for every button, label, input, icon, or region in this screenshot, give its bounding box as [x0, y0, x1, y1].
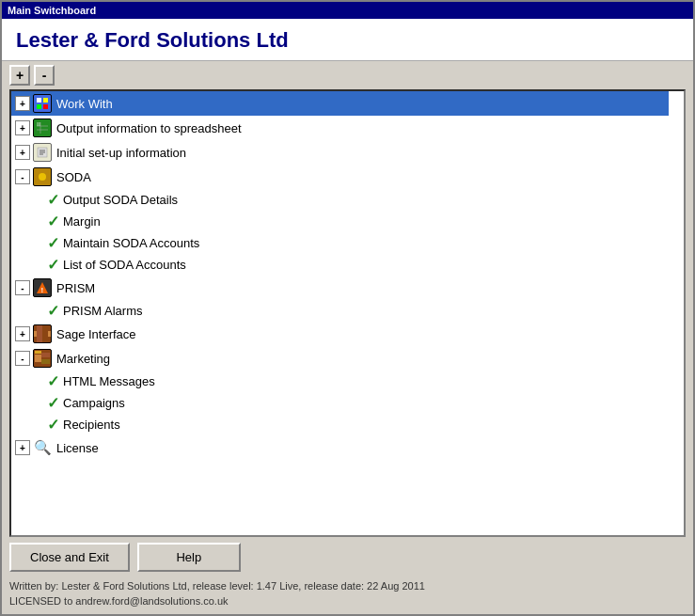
- check-icon-soda-maintain: ✓: [47, 234, 59, 252]
- expand-btn-work-with[interactable]: +: [15, 96, 30, 111]
- spreadsheet-icon: [32, 118, 53, 138]
- title-bar-label: Main Switchboard: [8, 5, 96, 16]
- soda-label: SODA: [56, 170, 91, 184]
- marketing-campaigns-label: Campaigns: [63, 396, 125, 410]
- check-icon-soda-list: ✓: [47, 256, 59, 274]
- license-icon: 🔍: [32, 437, 53, 458]
- svg-rect-0: [37, 98, 41, 103]
- svg-point-14: [39, 173, 46, 181]
- bottom-panel: Close and Exit Help: [2, 537, 693, 576]
- expand-all-button[interactable]: +: [9, 65, 30, 86]
- collapse-all-button[interactable]: -: [34, 65, 55, 86]
- marketing-label: Marketing: [56, 352, 110, 366]
- work-with-label: Work With: [56, 97, 113, 111]
- tree-item-spreadsheet[interactable]: + Output information to spreadsheet: [11, 116, 669, 140]
- setup-icon: [32, 142, 53, 163]
- tree-item-prism[interactable]: - ! PRISM: [11, 276, 669, 300]
- work-with-icon: [32, 93, 53, 114]
- toolbar: + -: [2, 61, 693, 89]
- help-button[interactable]: Help: [137, 543, 241, 572]
- tree-item-work-with[interactable]: + Work With: [11, 91, 669, 116]
- expand-btn-spreadsheet[interactable]: +: [15, 120, 30, 135]
- svg-rect-21: [41, 353, 50, 357]
- tree-item-setup[interactable]: + Initial set-up information: [11, 140, 669, 165]
- svg-rect-1: [43, 98, 48, 103]
- tree-item-marketing-campaigns[interactable]: ✓ Campaigns: [11, 392, 669, 414]
- prism-alarms-label: PRISM Alarms: [63, 304, 143, 318]
- tree-item-soda-margin[interactable]: ✓ Margin: [11, 211, 669, 232]
- soda-icon: [32, 166, 53, 187]
- check-icon-soda-margin: ✓: [47, 213, 59, 230]
- status-bar: Written by: Lester & Ford Solutions Ltd,…: [2, 576, 693, 614]
- marketing-icon: [32, 348, 53, 369]
- expand-btn-sage[interactable]: +: [15, 326, 30, 341]
- company-header: Lester & Ford Solutions Ltd: [2, 19, 693, 61]
- soda-list-label: List of SODA Accounts: [63, 258, 186, 272]
- prism-label: PRISM: [56, 281, 95, 295]
- tree-item-sage[interactable]: + Sage Interface: [11, 322, 669, 346]
- svg-rect-22: [41, 359, 50, 364]
- expand-btn-soda[interactable]: -: [15, 169, 30, 184]
- soda-maintain-label: Maintain SODA Accounts: [63, 236, 199, 250]
- expand-btn-marketing[interactable]: -: [15, 351, 30, 366]
- tree-item-soda-output[interactable]: ✓ Output SODA Details: [11, 189, 669, 211]
- marketing-recipients-label: Recipients: [63, 418, 120, 432]
- company-title: Lester & Ford Solutions Ltd: [16, 28, 679, 53]
- marketing-html-label: HTML Messages: [63, 374, 155, 388]
- check-icon-marketing-campaigns: ✓: [47, 394, 59, 412]
- tree-panel[interactable]: + Work With +: [9, 89, 686, 537]
- svg-rect-2: [37, 104, 41, 109]
- check-icon-marketing-recipients: ✓: [47, 416, 59, 434]
- tree-item-marketing-html[interactable]: ✓ HTML Messages: [11, 371, 669, 392]
- close-exit-button[interactable]: Close and Exit: [9, 543, 130, 572]
- check-icon-soda-output: ✓: [47, 191, 59, 209]
- expand-btn-prism[interactable]: -: [15, 280, 30, 295]
- license-label: License: [56, 441, 99, 455]
- svg-rect-19: [42, 325, 48, 342]
- main-window: Main Switchboard Lester & Ford Solutions…: [0, 0, 695, 616]
- svg-rect-8: [37, 122, 40, 126]
- sage-label: Sage Interface: [56, 327, 136, 341]
- check-icon-prism-alarms: ✓: [47, 302, 59, 320]
- tree-item-soda-list[interactable]: ✓ List of SODA Accounts: [11, 254, 669, 276]
- soda-output-label: Output SODA Details: [63, 193, 178, 207]
- svg-rect-18: [37, 325, 42, 342]
- title-bar: Main Switchboard: [2, 2, 693, 19]
- svg-rect-20: [35, 355, 41, 362]
- check-icon-marketing-html: ✓: [47, 372, 59, 390]
- prism-icon: !: [32, 277, 53, 298]
- status-line1: Written by: Lester & Ford Solutions Ltd,…: [9, 579, 686, 593]
- svg-text:!: !: [41, 286, 44, 294]
- tree-item-marketing[interactable]: - Marketing: [11, 346, 669, 371]
- tree-item-license[interactable]: + 🔍 License: [11, 435, 669, 460]
- tree-item-marketing-recipients[interactable]: ✓ Recipients: [11, 414, 669, 435]
- tree-item-prism-alarms[interactable]: ✓ PRISM Alarms: [11, 300, 669, 322]
- soda-margin-label: Margin: [63, 214, 101, 229]
- sage-icon: [32, 324, 53, 344]
- expand-btn-license[interactable]: +: [15, 440, 30, 455]
- spreadsheet-label: Output information to spreadsheet: [56, 121, 242, 135]
- svg-rect-23: [35, 351, 41, 354]
- tree-item-soda-maintain[interactable]: ✓ Maintain SODA Accounts: [11, 232, 669, 254]
- svg-rect-3: [43, 104, 48, 109]
- setup-label: Initial set-up information: [56, 146, 186, 160]
- status-line2: LICENSED to andrew.ford@landsolutions.co…: [9, 594, 686, 608]
- tree-panel-inner: + Work With +: [11, 91, 684, 460]
- tree-item-soda[interactable]: - SODA: [11, 165, 669, 189]
- expand-btn-setup[interactable]: +: [15, 145, 30, 160]
